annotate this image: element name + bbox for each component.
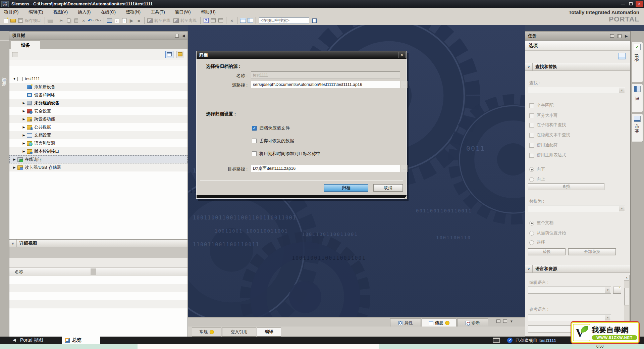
caret-right-icon[interactable]: ▶ [21, 142, 26, 145]
replace-input[interactable]: ▼ [528, 205, 625, 212]
checkbox-checked-icon[interactable] [252, 126, 257, 131]
scrollbar-thumb[interactable]: ≡ [624, 288, 629, 305]
caret-right-icon[interactable]: ▶ [21, 150, 26, 153]
cancel-button[interactable]: 取消 [373, 184, 403, 192]
menu-options[interactable]: 选项(N) [125, 8, 141, 16]
chevron-down-icon[interactable]: ∨ [525, 265, 533, 272]
dialog-close-button[interactable]: × [398, 52, 406, 58]
replace-button[interactable]: 替换 [528, 248, 566, 255]
chevron-down-icon[interactable]: ∨ [9, 240, 17, 247]
archive-button[interactable]: 归档 [324, 184, 368, 192]
menu-edit[interactable]: 编辑(E) [28, 8, 44, 16]
radio-selected-icon[interactable] [529, 221, 534, 226]
new-project-button[interactable] [2, 17, 9, 24]
tree-row-languages-resources[interactable]: ▶ 语言和资源 [9, 139, 187, 147]
new-language-button[interactable] [613, 287, 621, 294]
float-panel-icon[interactable] [610, 34, 614, 38]
wildcards-checkbox-row[interactable]: 使用通配符 [529, 142, 558, 148]
restore-window-button[interactable] [210, 17, 217, 24]
stop-cpu-button[interactable]: ■ [135, 17, 143, 24]
compressed-file-checkbox-row[interactable]: 归档为压缩文件 [252, 125, 290, 131]
project-library-button[interactable] [311, 17, 318, 24]
tree-row-cross-device[interactable]: ▶ 跨设备功能 [9, 115, 187, 123]
find-button[interactable]: 查找 [528, 183, 604, 190]
tab-properties[interactable]: 属性 [390, 318, 421, 327]
delete-button[interactable]: × [80, 17, 87, 24]
radio-icon[interactable] [529, 240, 534, 245]
dropdown-icon[interactable]: ▼ [619, 206, 625, 211]
close-editor-button[interactable]: × [228, 17, 235, 24]
caret-right-icon[interactable]: ▶ [12, 158, 17, 161]
collapse-panel-icon[interactable]: ◀ [182, 34, 185, 38]
save-project-label[interactable]: 保存项目 [25, 18, 41, 23]
tree-row-project[interactable]: ▼ test1111 [9, 75, 187, 83]
print-button[interactable] [47, 17, 54, 24]
target-browse-button[interactable]: ... [401, 165, 408, 172]
menu-project[interactable]: 项目(P) [3, 8, 19, 16]
scroll-up-icon[interactable]: ∧ [624, 275, 629, 281]
dropdown-icon[interactable]: ▼ [605, 315, 610, 320]
find-replace-section-header[interactable]: ∨ 查找和替换 [525, 63, 630, 71]
hidden-texts-checkbox-row[interactable]: 在隐藏文本中查找 [529, 132, 570, 138]
split-horizontal-button[interactable] [239, 17, 247, 24]
checkbox-icon[interactable] [529, 143, 534, 148]
project-search-input[interactable] [259, 17, 309, 24]
window-layout-button[interactable] [217, 17, 224, 24]
details-view-toggle-button[interactable] [165, 51, 173, 58]
menu-insert[interactable]: 插入(I) [77, 8, 91, 16]
caret-right-icon[interactable]: ▶ [21, 101, 26, 105]
chevron-down-icon[interactable]: ∨ [525, 63, 533, 70]
dialog-resize-handle[interactable] [404, 196, 407, 199]
go-offline-label[interactable]: 转至离线 [180, 18, 197, 23]
tree-row-ungrouped-devices[interactable]: ▶ 未分组的设备 [9, 99, 187, 107]
caret-right-icon[interactable]: ▶ [21, 117, 26, 121]
name-field[interactable] [251, 71, 400, 79]
start-portal-tab[interactable]: 启动 [1, 78, 7, 86]
tree-row-doc-settings[interactable]: ▶ 文档设置 [9, 131, 187, 139]
paste-button[interactable] [72, 17, 80, 24]
new-window-icon[interactable] [618, 53, 626, 59]
tab-info[interactable]: 信息 [422, 318, 457, 327]
subtab-compile[interactable]: 编译 [257, 328, 281, 337]
direction-up-radio-row[interactable]: 向上 [529, 177, 545, 182]
menu-view[interactable]: 视图(V) [53, 8, 68, 16]
source-path-field[interactable] [251, 81, 400, 88]
maximize-button[interactable] [627, 1, 635, 7]
checkbox-icon[interactable] [529, 153, 534, 158]
save-project-button[interactable] [17, 17, 24, 24]
discard-restorable-checkbox-row[interactable]: 丢弃可恢复的数据 [252, 138, 294, 144]
tree-row-online-access[interactable]: ▶ 在线访问 [9, 155, 187, 163]
reference-language-select[interactable]: ▼ [528, 314, 611, 321]
tab-devices[interactable]: 设备 [11, 41, 40, 49]
editor-window-icon[interactable] [493, 338, 500, 343]
portal-back-icon[interactable]: ◀ [13, 338, 16, 342]
edge-tab-addins[interactable]: 插件 [632, 114, 643, 142]
caret-right-icon[interactable]: ▶ [21, 126, 26, 129]
dropdown-icon[interactable]: ▼ [619, 88, 625, 93]
download-button[interactable]: ↓ [113, 17, 120, 24]
subtab-cross-references[interactable]: 交叉引用 [222, 328, 256, 337]
from-current-position-radio-row[interactable]: 从当前位置开始 [529, 230, 566, 236]
redo-button[interactable]: ↷▼ [95, 17, 102, 24]
menu-help[interactable]: 帮助(H) [200, 8, 216, 16]
go-online-button[interactable] [146, 17, 154, 24]
tree-row-version-control[interactable]: ▶ 版本控制接口 [9, 147, 187, 155]
expand-panel-icon[interactable]: ▶ [625, 34, 628, 38]
open-project-button[interactable] [9, 17, 17, 24]
checkbox-icon[interactable] [252, 139, 257, 143]
minimize-button[interactable]: — [619, 1, 627, 7]
edit-language-select[interactable]: ▼ [528, 287, 611, 294]
columns-icon[interactable] [618, 34, 622, 38]
menu-online[interactable]: 在线(O) [100, 8, 116, 16]
caret-right-icon[interactable]: ▶ [12, 166, 17, 169]
radio-selected-icon[interactable] [529, 167, 534, 172]
tree-row-common-data[interactable]: ▶ 公共数据 [9, 123, 187, 131]
target-path-field[interactable] [251, 165, 400, 172]
direction-down-radio-row[interactable]: 向下 [529, 166, 545, 172]
menu-tools[interactable]: 工具(T) [150, 8, 166, 16]
float-panel-icon[interactable] [496, 319, 500, 323]
cut-button[interactable]: ✂ [58, 17, 65, 24]
match-case-checkbox-row[interactable]: 区分大小写 [529, 113, 558, 118]
caret-right-icon[interactable]: ▶ [21, 134, 26, 137]
edge-tab-tasks[interactable]: 任务 [632, 42, 643, 82]
